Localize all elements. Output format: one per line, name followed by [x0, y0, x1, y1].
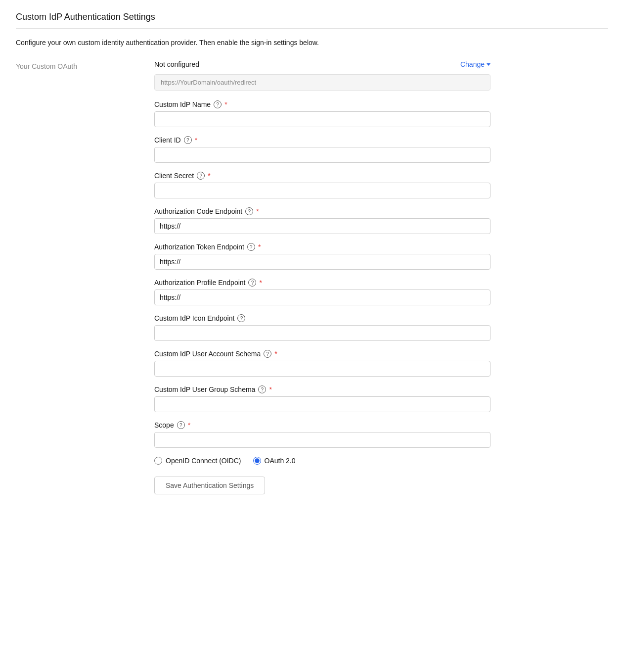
required-star-auth-code-endpoint: *	[256, 207, 259, 215]
required-star-user-group-schema: *	[269, 385, 271, 393]
input-auth-token-endpoint[interactable]	[154, 254, 490, 270]
section-label: Your Custom OAuth	[16, 62, 77, 70]
page-description: Configure your own custom identity authe…	[16, 39, 608, 47]
radio-oauth2[interactable]	[253, 457, 261, 465]
chevron-down-icon	[487, 63, 490, 66]
input-client-id[interactable]	[154, 147, 490, 163]
fields-column: Not configured Change https://YourDomain…	[154, 60, 490, 494]
help-icon-auth-profile-endpoint[interactable]: ?	[248, 279, 256, 287]
help-icon-user-group-schema[interactable]: ?	[258, 385, 266, 393]
label-auth-token-endpoint: Authorization Token Endpoint ?*	[154, 243, 490, 251]
help-icon-client-secret[interactable]: ?	[197, 172, 205, 180]
input-user-account-schema[interactable]	[154, 361, 490, 377]
field-group-idp-name: Custom IdP Name ?*	[154, 100, 490, 127]
redirect-url-box: https://YourDomain/oauth/redirect	[154, 74, 490, 91]
required-star-client-id: *	[195, 136, 197, 144]
field-group-auth-profile-endpoint: Authorization Profile Endpoint ?*	[154, 279, 490, 305]
input-user-group-schema[interactable]	[154, 396, 490, 412]
label-client-id: Client ID ?*	[154, 136, 490, 144]
form-layout: Your Custom OAuth Not configured Change …	[16, 60, 608, 494]
input-idp-icon-endpoint[interactable]	[154, 325, 490, 341]
page-title: Custom IdP Authentication Settings	[16, 12, 608, 22]
radio-group: OpenID Connect (OIDC) OAuth 2.0	[154, 457, 490, 465]
help-icon-auth-token-endpoint[interactable]: ?	[247, 243, 255, 251]
radio-option-oidc[interactable]: OpenID Connect (OIDC)	[154, 457, 241, 465]
label-idp-icon-endpoint: Custom IdP Icon Endpoint ?	[154, 314, 490, 322]
field-group-client-secret: Client Secret ?*	[154, 172, 490, 198]
field-group-scope: Scope ?*	[154, 421, 490, 448]
label-auth-code-endpoint: Authorization Code Endpoint ?*	[154, 207, 490, 215]
field-group-user-group-schema: Custom IdP User Group Schema ?*	[154, 385, 490, 412]
input-scope[interactable]	[154, 432, 490, 448]
change-button[interactable]: Change	[460, 60, 490, 68]
help-icon-client-id[interactable]: ?	[184, 136, 192, 144]
status-text: Not configured	[154, 60, 199, 68]
field-group-auth-token-endpoint: Authorization Token Endpoint ?*	[154, 243, 490, 270]
input-auth-code-endpoint[interactable]	[154, 218, 490, 234]
label-user-account-schema: Custom IdP User Account Schema ?*	[154, 350, 490, 358]
radio-oauth2-label: OAuth 2.0	[265, 457, 296, 465]
section-divider	[16, 28, 608, 29]
required-star-client-secret: *	[208, 172, 210, 180]
radio-option-oauth2[interactable]: OAuth 2.0	[253, 457, 296, 465]
radio-oidc-label: OpenID Connect (OIDC)	[166, 457, 241, 465]
required-star-idp-name: *	[224, 100, 227, 108]
help-icon-scope[interactable]: ?	[177, 421, 185, 429]
input-auth-profile-endpoint[interactable]	[154, 289, 490, 305]
required-star-auth-profile-endpoint: *	[259, 279, 262, 287]
field-group-auth-code-endpoint: Authorization Code Endpoint ?*	[154, 207, 490, 234]
required-star-scope: *	[188, 421, 190, 429]
field-group-client-id: Client ID ?*	[154, 136, 490, 163]
field-group-user-account-schema: Custom IdP User Account Schema ?*	[154, 350, 490, 377]
fields-container: Custom IdP Name ?*Client ID ?*Client Sec…	[154, 100, 490, 448]
required-star-user-account-schema: *	[274, 350, 277, 358]
label-idp-name: Custom IdP Name ?*	[154, 100, 490, 108]
help-icon-idp-name[interactable]: ?	[214, 100, 222, 108]
label-client-secret: Client Secret ?*	[154, 172, 490, 180]
help-icon-idp-icon-endpoint[interactable]: ?	[237, 314, 245, 322]
input-idp-name[interactable]	[154, 111, 490, 127]
status-row: Not configured Change	[154, 60, 490, 68]
required-star-auth-token-endpoint: *	[258, 243, 261, 251]
radio-oidc[interactable]	[154, 457, 162, 465]
field-group-idp-icon-endpoint: Custom IdP Icon Endpoint ?	[154, 314, 490, 341]
input-client-secret[interactable]	[154, 183, 490, 198]
label-column: Your Custom OAuth	[16, 60, 154, 494]
label-user-group-schema: Custom IdP User Group Schema ?*	[154, 385, 490, 393]
label-auth-profile-endpoint: Authorization Profile Endpoint ?*	[154, 279, 490, 287]
help-icon-auth-code-endpoint[interactable]: ?	[245, 207, 253, 215]
label-scope: Scope ?*	[154, 421, 490, 429]
help-icon-user-account-schema[interactable]: ?	[264, 350, 271, 358]
save-authentication-button[interactable]: Save Authentication Settings	[154, 477, 265, 494]
